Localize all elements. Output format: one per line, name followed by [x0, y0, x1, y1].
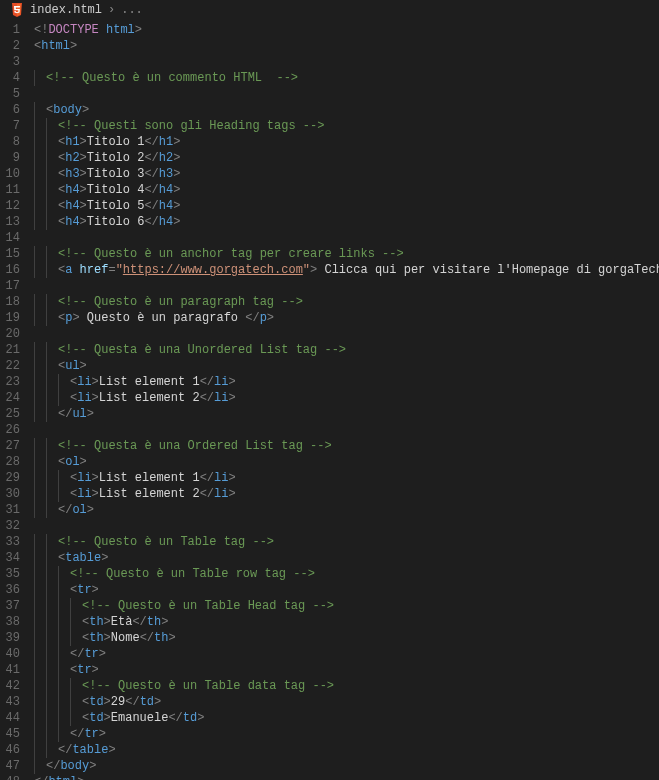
code-line[interactable]: 24<li>List element 2</li>	[0, 390, 659, 406]
code-line[interactable]: 21<!-- Questa è una Unordered List tag -…	[0, 342, 659, 358]
code-line[interactable]: 22<ul>	[0, 358, 659, 374]
code-line[interactable]: 30<li>List element 2</li>	[0, 486, 659, 502]
code-line[interactable]: 35<!-- Questo è un Table row tag -->	[0, 566, 659, 582]
code-content: <a href="https://www.gorgatech.com"> Cli…	[58, 262, 659, 278]
code-line[interactable]: 7<!-- Questi sono gli Heading tags -->	[0, 118, 659, 134]
code-content: <th>Età</th>	[82, 614, 168, 630]
code-line[interactable]: 25</ul>	[0, 406, 659, 422]
code-line[interactable]: 9<h2>Titolo 2</h2>	[0, 150, 659, 166]
line-number: 36	[0, 582, 34, 598]
code-content: <ul>	[58, 358, 87, 374]
code-content: <!-- Questa è una Unordered List tag -->	[58, 342, 346, 358]
line-number: 14	[0, 230, 34, 246]
line-number: 26	[0, 422, 34, 438]
code-line[interactable]: 40</tr>	[0, 646, 659, 662]
code-content: <th>Nome</th>	[82, 630, 176, 646]
code-line[interactable]: 10<h3>Titolo 3</h3>	[0, 166, 659, 182]
indent-guides	[34, 566, 70, 582]
code-line[interactable]: 31</ol>	[0, 502, 659, 518]
indent-guides	[34, 550, 58, 566]
code-line[interactable]: 32	[0, 518, 659, 534]
code-line[interactable]: 2<html>	[0, 38, 659, 54]
indent-guides	[34, 598, 82, 614]
code-line[interactable]: 15<!-- Questo è un anchor tag per creare…	[0, 246, 659, 262]
code-line[interactable]: 28<ol>	[0, 454, 659, 470]
code-line[interactable]: 13<h4>Titolo 6</h4>	[0, 214, 659, 230]
line-number: 8	[0, 134, 34, 150]
code-line[interactable]: 46</table>	[0, 742, 659, 758]
code-line[interactable]: 47</body>	[0, 758, 659, 774]
code-line[interactable]: 16<a href="https://www.gorgatech.com"> C…	[0, 262, 659, 278]
code-line[interactable]: 29<li>List element 1</li>	[0, 470, 659, 486]
code-line[interactable]: 14	[0, 230, 659, 246]
code-line[interactable]: 11<h4>Titolo 4</h4>	[0, 182, 659, 198]
indent-guides	[34, 246, 58, 262]
code-line[interactable]: 48</html>	[0, 774, 659, 780]
code-line[interactable]: 41<tr>	[0, 662, 659, 678]
indent-guides	[34, 470, 70, 486]
code-content: <h4>Titolo 5</h4>	[58, 198, 180, 214]
code-content: </tr>	[70, 726, 106, 742]
indent-guides	[34, 486, 70, 502]
chevron-right-icon: ›	[108, 3, 115, 17]
code-line[interactable]: 34<table>	[0, 550, 659, 566]
code-line[interactable]: 20	[0, 326, 659, 342]
indent-guides	[34, 310, 58, 326]
line-number: 38	[0, 614, 34, 630]
code-content: <td>29</td>	[82, 694, 161, 710]
line-number: 43	[0, 694, 34, 710]
line-number: 11	[0, 182, 34, 198]
code-line[interactable]: 5	[0, 86, 659, 102]
code-content: <li>List element 2</li>	[70, 486, 236, 502]
code-line[interactable]: 6<body>	[0, 102, 659, 118]
code-line[interactable]: 39<th>Nome</th>	[0, 630, 659, 646]
code-line[interactable]: 33<!-- Questo è un Table tag -->	[0, 534, 659, 550]
code-line[interactable]: 8<h1>Titolo 1</h1>	[0, 134, 659, 150]
line-number: 23	[0, 374, 34, 390]
code-line[interactable]: 4<!-- Questo è un commento HTML -->	[0, 70, 659, 86]
code-line[interactable]: 18<!-- Questo è un paragraph tag -->	[0, 294, 659, 310]
code-line[interactable]: 45</tr>	[0, 726, 659, 742]
code-content: <!-- Questo è un paragraph tag -->	[58, 294, 303, 310]
code-content: <p> Questo è un paragrafo </p>	[58, 310, 274, 326]
code-line[interactable]: 17	[0, 278, 659, 294]
breadcrumb-filename[interactable]: index.html	[30, 3, 102, 17]
code-line[interactable]: 42<!-- Questo è un Table data tag -->	[0, 678, 659, 694]
code-content: </ul>	[58, 406, 94, 422]
line-number: 13	[0, 214, 34, 230]
code-content: <h3>Titolo 3</h3>	[58, 166, 180, 182]
code-line[interactable]: 44<td>Emanuele</td>	[0, 710, 659, 726]
code-line[interactable]: 27<!-- Questa è una Ordered List tag -->	[0, 438, 659, 454]
code-line[interactable]: 43<td>29</td>	[0, 694, 659, 710]
line-number: 40	[0, 646, 34, 662]
code-line[interactable]: 23<li>List element 1</li>	[0, 374, 659, 390]
indent-guides	[34, 150, 58, 166]
code-line[interactable]: 38<th>Età</th>	[0, 614, 659, 630]
code-content: <!-- Questo è un anchor tag per creare l…	[58, 246, 404, 262]
indent-guides	[34, 438, 58, 454]
code-line[interactable]: 1<!DOCTYPE html>	[0, 22, 659, 38]
code-content: </html>	[34, 774, 84, 780]
indent-guides	[34, 678, 82, 694]
code-editor[interactable]: 1<!DOCTYPE html>2<html>34<!-- Questo è u…	[0, 20, 659, 780]
code-line[interactable]: 26	[0, 422, 659, 438]
line-number: 25	[0, 406, 34, 422]
code-line[interactable]: 19<p> Questo è un paragrafo </p>	[0, 310, 659, 326]
indent-guides	[34, 294, 58, 310]
line-number: 39	[0, 630, 34, 646]
code-content: <tr>	[70, 662, 99, 678]
code-line[interactable]: 37<!-- Questo è un Table Head tag -->	[0, 598, 659, 614]
indent-guides	[34, 262, 58, 278]
line-number: 18	[0, 294, 34, 310]
code-content: <h4>Titolo 6</h4>	[58, 214, 180, 230]
indent-guides	[34, 406, 58, 422]
code-line[interactable]: 12<h4>Titolo 5</h4>	[0, 198, 659, 214]
indent-guides	[34, 134, 58, 150]
line-number: 7	[0, 118, 34, 134]
line-number: 5	[0, 86, 34, 102]
breadcrumb-collapsed[interactable]: ...	[121, 3, 143, 17]
code-line[interactable]: 36<tr>	[0, 582, 659, 598]
line-number: 16	[0, 262, 34, 278]
code-line[interactable]: 3	[0, 54, 659, 70]
breadcrumb[interactable]: index.html › ...	[0, 0, 659, 20]
